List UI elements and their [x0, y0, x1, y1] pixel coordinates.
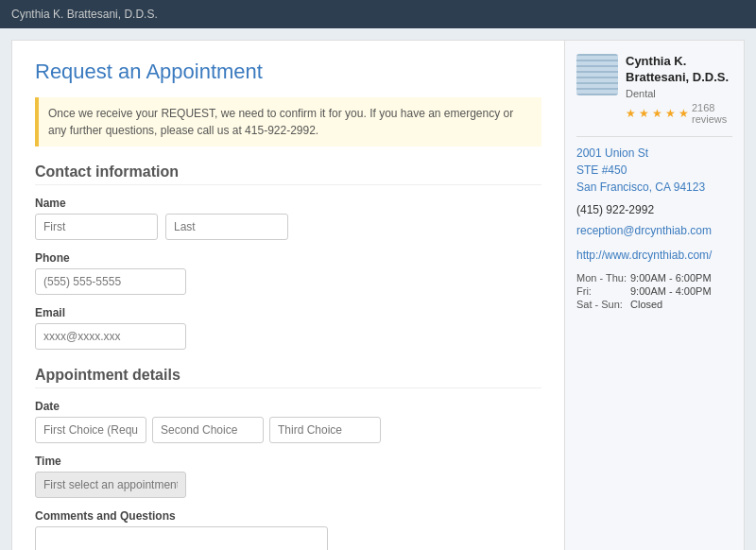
- time-input[interactable]: [35, 472, 186, 498]
- hours-row: Sat - Sun: Closed: [576, 298, 715, 311]
- hours-row: Mon - Thu: 9:00AM - 6:00PM: [576, 271, 715, 284]
- date-first-input[interactable]: [35, 417, 146, 443]
- email-label: Email: [35, 306, 541, 319]
- star-5: ★: [679, 107, 689, 120]
- date-second-input[interactable]: [152, 417, 264, 443]
- hours-days: Fri:: [576, 284, 630, 298]
- email-input[interactable]: [35, 323, 186, 350]
- notice-box: Once we receive your REQUEST, we need to…: [35, 97, 541, 146]
- sidebar: Cynthia K. Brattesani, D.D.S. Dental ★ ★…: [565, 40, 745, 550]
- provider-photo-image: [576, 54, 618, 95]
- date-third-input[interactable]: [269, 417, 381, 443]
- top-bar-title: Cynthia K. Brattesani, D.D.S.: [11, 8, 158, 21]
- address-line2: STE #450: [576, 163, 627, 177]
- hours-time: 9:00AM - 6:00PM: [630, 271, 715, 284]
- hours-row: Fri: 9:00AM - 4:00PM: [576, 284, 715, 298]
- provider-name: Cynthia K. Brattesani, D.D.S.: [626, 54, 732, 86]
- form-panel: Request an Appointment Once we receive y…: [11, 40, 565, 550]
- star-2: ★: [639, 107, 649, 120]
- phone-group: Phone: [35, 251, 541, 295]
- provider-email-link[interactable]: reception@drcynthiab.com: [576, 224, 712, 237]
- first-name-input[interactable]: [35, 214, 158, 240]
- provider-info-text: Cynthia K. Brattesani, D.D.S. Dental ★ ★…: [626, 54, 732, 125]
- provider-photo: [576, 54, 618, 95]
- comments-group: Comments and Questions: [35, 509, 541, 550]
- stars-row: ★ ★ ★ ★ ★ 2168 reviews: [626, 102, 732, 125]
- appointment-section-title: Appointment details: [35, 367, 541, 388]
- name-group: Name: [35, 197, 541, 240]
- email-group: Email: [35, 306, 541, 350]
- hours-days: Mon - Thu:: [576, 271, 630, 284]
- star-4: ★: [665, 107, 676, 120]
- phone-label: Phone: [35, 251, 541, 265]
- name-label: Name: [35, 197, 541, 210]
- hours-time: Closed: [630, 298, 715, 311]
- review-count: 2168 reviews: [692, 102, 732, 125]
- provider-card: Cynthia K. Brattesani, D.D.S. Dental ★ ★…: [576, 54, 732, 125]
- star-3: ★: [652, 107, 662, 120]
- star-1: ★: [626, 107, 636, 120]
- comments-label: Comments and Questions: [35, 509, 541, 523]
- time-label: Time: [35, 455, 541, 468]
- sidebar-divider: [576, 136, 732, 137]
- provider-email-item: reception@drcynthiab.com: [576, 222, 732, 239]
- provider-address: 2001 Union St STE #450 San Francisco, CA…: [576, 145, 732, 196]
- comments-textarea[interactable]: [35, 526, 328, 550]
- date-label: Date: [35, 400, 541, 413]
- main-wrapper: Request an Appointment Once we receive y…: [0, 28, 756, 550]
- hours-time: 9:00AM - 4:00PM: [630, 284, 715, 298]
- date-row: [35, 417, 541, 443]
- time-group: Time: [35, 455, 541, 498]
- provider-website-item: http://www.drcynthiab.com/: [576, 247, 732, 264]
- page-title: Request an Appointment: [35, 60, 541, 84]
- address-line3: San Francisco, CA 94123: [576, 180, 705, 194]
- provider-website-link[interactable]: http://www.drcynthiab.com/: [576, 249, 712, 262]
- phone-input[interactable]: [35, 268, 186, 295]
- hours-days: Sat - Sun:: [576, 298, 630, 311]
- provider-phone: (415) 922-2992: [576, 203, 732, 216]
- contact-section-title: Contact information: [35, 163, 541, 185]
- top-bar: Cynthia K. Brattesani, D.D.S.: [0, 0, 756, 28]
- last-name-input[interactable]: [165, 214, 288, 240]
- date-group: Date: [35, 400, 541, 443]
- hours-table: Mon - Thu: 9:00AM - 6:00PM Fri: 9:00AM -…: [576, 271, 715, 311]
- appointment-section: Appointment details Date Time Comments a…: [35, 367, 541, 550]
- provider-specialty: Dental: [626, 88, 732, 99]
- name-row: [35, 214, 541, 240]
- address-line1: 2001 Union St: [576, 146, 648, 160]
